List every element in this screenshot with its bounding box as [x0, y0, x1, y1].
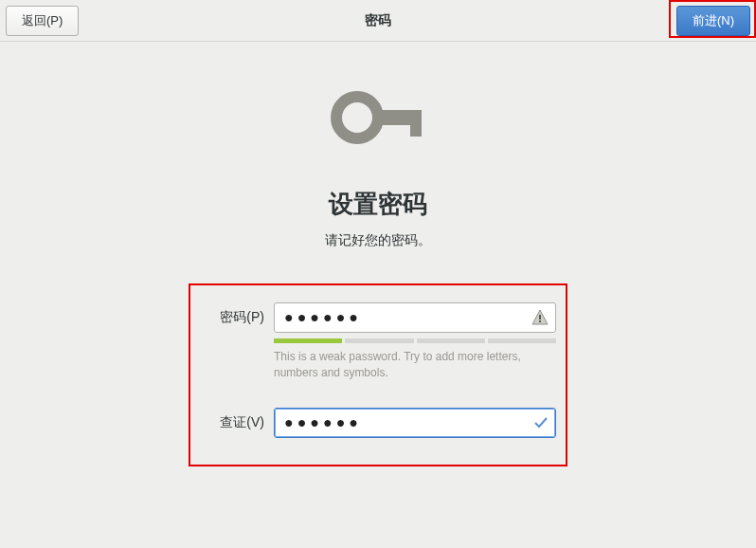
verify-label: 查证(V) [200, 414, 274, 431]
svg-point-0 [336, 97, 378, 138]
password-label: 密码(P) [200, 309, 274, 326]
next-button[interactable]: 前进(N) [676, 6, 750, 36]
svg-rect-1 [372, 110, 422, 125]
verify-row: 查证(V) [200, 408, 556, 438]
verify-input[interactable] [274, 408, 556, 438]
back-button[interactable]: 返回(P) [6, 6, 79, 36]
page-title: 设置密码 [329, 188, 427, 221]
strength-bar [274, 338, 556, 343]
strength-seg-2 [345, 338, 413, 343]
strength-seg-3 [417, 338, 485, 343]
header-bar: 返回(P) 密码 前进(N) [0, 0, 756, 42]
content-area: 设置密码 请记好您的密码。 密码(P) This i [0, 42, 756, 466]
warning-icon [531, 309, 549, 326]
svg-rect-2 [410, 125, 422, 137]
password-hint: This is a weak password. Try to add more… [274, 349, 556, 381]
svg-rect-4 [539, 320, 541, 322]
password-field-wrap [274, 302, 556, 333]
password-row: 密码(P) [200, 302, 556, 333]
page-subtitle: 请记好您的密码。 [325, 232, 431, 249]
svg-rect-3 [539, 315, 541, 320]
password-input[interactable] [274, 302, 556, 333]
verify-field-wrap [274, 408, 556, 438]
strength-seg-4 [488, 338, 556, 343]
key-icon [331, 89, 425, 150]
header-title: 密码 [365, 12, 391, 29]
form-area: 密码(P) This is a weak password. Try to ad… [189, 283, 567, 466]
strength-seg-1 [274, 338, 342, 343]
checkmark-icon [533, 415, 549, 430]
